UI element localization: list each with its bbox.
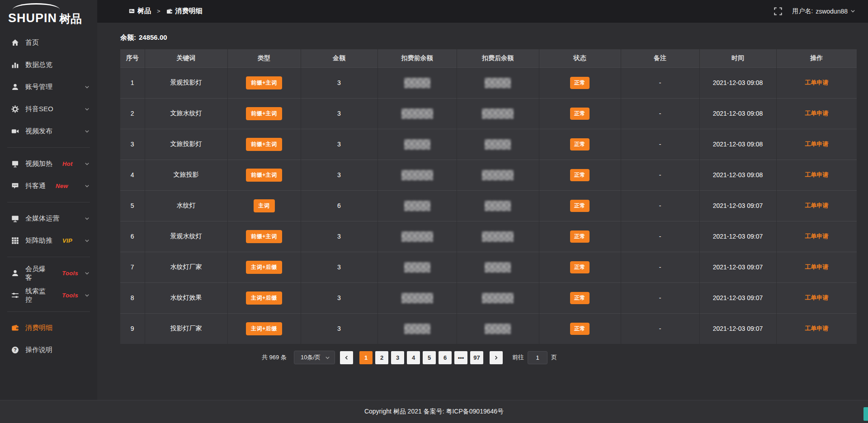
ticket-apply-link[interactable]: 工单申请 (805, 325, 828, 332)
cell-action: 工单申请 (776, 160, 857, 190)
cell-balance-before (377, 160, 457, 190)
status-badge: 正常 (570, 230, 590, 243)
cell-keyword: 文旅水纹灯 (145, 98, 227, 129)
prev-page-button[interactable] (340, 351, 353, 364)
page-button[interactable]: 2 (375, 351, 388, 364)
col-header-balance-before: 扣费前余额 (377, 49, 457, 67)
redacted-value (482, 170, 514, 180)
consumption-table: 序号 关键词 类型 金额 扣费前余额 扣费后余额 状态 备注 时间 操作 1 (120, 49, 857, 344)
col-header-balance-after: 扣费后余额 (457, 49, 539, 67)
dashboard-icon (129, 8, 135, 14)
cell-remark: - (621, 67, 699, 98)
sidebar-divider (7, 202, 90, 202)
cell-amount: 6 (301, 190, 377, 221)
video-camera-icon (11, 127, 19, 135)
sidebar-item-lead-monitor[interactable]: 线索监控 Tools (0, 284, 97, 306)
cell-balance-before (377, 313, 457, 344)
cell-type: 前缀+主词 (227, 129, 301, 160)
ticket-apply-link[interactable]: 工单申请 (805, 171, 828, 178)
goto-page-input[interactable] (528, 351, 547, 364)
type-badge: 主词+后缀 (246, 322, 282, 335)
next-page-button[interactable] (490, 351, 503, 364)
sidebar-item-douketong[interactable]: 抖客通 New (0, 175, 97, 197)
sidebar-item-label: 首页 (25, 38, 39, 47)
col-header-action: 操作 (776, 49, 857, 67)
page-button[interactable]: 97 (470, 351, 483, 364)
page-button[interactable]: 1 (359, 351, 373, 364)
ticket-apply-link[interactable]: 工单申请 (805, 263, 828, 270)
page-button[interactable]: 5 (423, 351, 436, 364)
breadcrumb-label: 消费明细 (175, 7, 203, 15)
status-badge: 正常 (570, 77, 590, 89)
user-icon (11, 83, 19, 91)
sidebar-item-all-media-ops[interactable]: 全媒体运营 (0, 207, 97, 230)
sidebar-item-account-mgmt[interactable]: 账号管理 (0, 76, 97, 98)
sidebar-item-home[interactable]: 首页 (0, 32, 97, 54)
cell-time: 2021-12-03 09:08 (699, 160, 776, 190)
screen-icon (11, 160, 19, 168)
cell-no: 5 (120, 190, 145, 221)
fullscreen-icon[interactable] (774, 7, 782, 15)
sidebar-item-tag: VIP (62, 237, 72, 244)
cell-balance-after (457, 98, 539, 129)
sidebar-item-matrix-boost[interactable]: 矩阵助推 VIP (0, 230, 97, 252)
chevron-down-icon (325, 355, 330, 360)
floating-corner-widget[interactable] (863, 407, 868, 421)
page-button[interactable]: 6 (439, 351, 452, 364)
chevron-down-icon (85, 129, 90, 134)
ticket-apply-link[interactable]: 工单申请 (805, 110, 828, 117)
page-size-select[interactable]: 10条/页 (294, 351, 335, 364)
sidebar-item-video-heating[interactable]: 视频加热 Hot (0, 153, 97, 175)
page-button[interactable]: 3 (391, 351, 404, 364)
redacted-value (485, 324, 511, 334)
sidebar-item-member-baoke[interactable]: 会员爆客 Tools (0, 262, 97, 284)
cell-action: 工单申请 (776, 129, 857, 160)
ticket-apply-link[interactable]: 工单申请 (805, 294, 828, 301)
cell-action: 工单申请 (776, 98, 857, 129)
table-row: 3 文旅投影灯 前缀+主词 3 正常 - 2021-12-03 09:08 工单… (120, 129, 857, 160)
user-dropdown[interactable]: 用户名: zswodun88 (792, 7, 855, 15)
svg-text:?: ? (14, 347, 17, 352)
table-header-row: 序号 关键词 类型 金额 扣费前余额 扣费后余额 状态 备注 时间 操作 (120, 49, 857, 67)
sidebar-item-data-overview[interactable]: 数据总览 (0, 54, 97, 76)
sidebar-item-label: 矩阵助推 (25, 236, 52, 245)
sidebar-item-instructions[interactable]: ? 操作说明 (0, 339, 97, 361)
app-logo[interactable]: SHUPIN 树品 (0, 0, 97, 28)
balance-label: 余额: (120, 33, 136, 41)
username: zswodun88 (816, 8, 848, 15)
breadcrumb-separator: > (155, 8, 162, 14)
sidebar-nav: 首页 数据总览 账号管理 抖音SEO 视频发布 (0, 28, 97, 361)
cell-remark: - (621, 98, 699, 129)
cell-balance-after (457, 313, 539, 344)
status-badge: 正常 (570, 169, 590, 181)
redacted-value (485, 139, 511, 150)
sidebar-item-consumption-detail[interactable]: 消费明细 (0, 317, 97, 339)
balance: 余额:24856.00 (120, 33, 868, 42)
sidebar-item-label: 视频发布 (25, 127, 52, 136)
ticket-apply-link[interactable]: 工单申请 (805, 233, 828, 240)
cell-keyword: 景观水纹灯 (145, 221, 227, 252)
page-button[interactable]: ••• (454, 351, 467, 364)
page-button[interactable]: 4 (407, 351, 420, 364)
cell-action: 工单申请 (776, 282, 857, 313)
ticket-apply-link[interactable]: 工单申请 (805, 202, 828, 209)
cell-remark: - (621, 221, 699, 252)
sidebar-item-video-publish[interactable]: 视频发布 (0, 120, 97, 142)
ticket-apply-link[interactable]: 工单申请 (805, 79, 828, 86)
chevron-right-icon (494, 355, 499, 360)
cell-no: 3 (120, 129, 145, 160)
cell-no: 4 (120, 160, 145, 190)
breadcrumb-home[interactable]: 树品 (129, 7, 151, 15)
redacted-value (401, 108, 433, 119)
cell-action: 工单申请 (776, 313, 857, 344)
ticket-apply-link[interactable]: 工单申请 (805, 141, 828, 147)
sidebar-item-douyin-seo[interactable]: 抖音SEO (0, 98, 97, 120)
cell-balance-before (377, 98, 457, 129)
sidebar-item-label: 数据总览 (25, 61, 52, 69)
col-header-time: 时间 (699, 49, 776, 67)
chevron-down-icon (85, 293, 90, 298)
redacted-value (404, 139, 430, 150)
breadcrumb-current[interactable]: 消费明细 (166, 7, 203, 15)
cell-type: 前缀+主词 (227, 67, 301, 98)
type-badge: 前缀+主词 (246, 138, 282, 151)
